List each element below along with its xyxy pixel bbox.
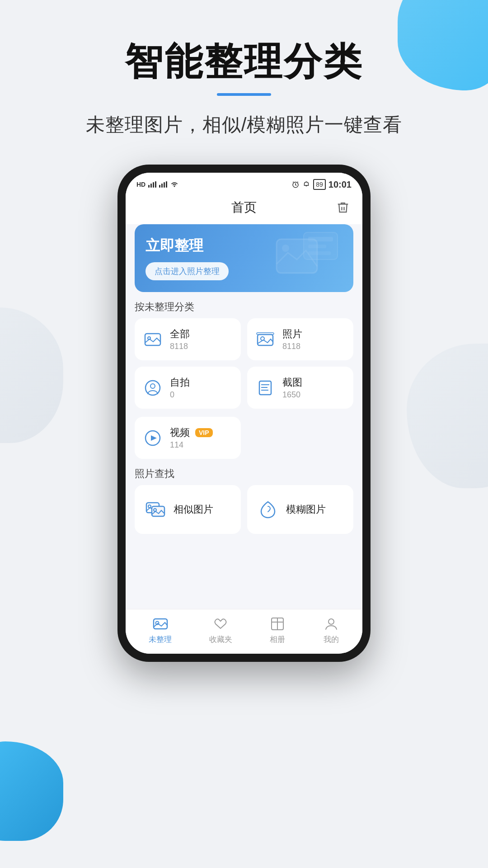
svg-rect-2 — [153, 182, 154, 188]
svg-point-40 — [328, 619, 334, 624]
trash-icon[interactable] — [336, 201, 350, 214]
categories-grid: 全部 8118 — [135, 318, 353, 409]
svg-rect-18 — [308, 251, 331, 255]
similar-name: 相似图片 — [174, 503, 213, 516]
find-similar[interactable]: 相似图片 — [135, 485, 241, 534]
selfie-info: 自拍 0 — [170, 376, 190, 400]
svg-rect-3 — [155, 181, 156, 188]
selfie-icon — [142, 377, 164, 399]
blurry-name: 模糊图片 — [286, 503, 326, 516]
svg-rect-5 — [161, 184, 163, 188]
svg-point-32 — [148, 505, 151, 508]
category-all[interactable]: 全部 8118 — [135, 318, 241, 360]
signal-text: HD — [136, 181, 145, 188]
phone-outer: HD 89 10: — [117, 165, 371, 662]
all-info: 全部 8118 — [170, 327, 190, 351]
phone-wrapper: HD 89 10: — [0, 165, 488, 662]
screenshot-info: 截图 1650 — [282, 376, 302, 400]
alarm-icon — [291, 180, 300, 189]
wifi-icon — [170, 181, 179, 188]
bell-icon — [302, 180, 310, 189]
similar-icon — [144, 498, 167, 521]
status-bar: HD 89 10: — [126, 173, 362, 193]
svg-rect-4 — [159, 185, 160, 188]
nav-profile-label: 我的 — [324, 634, 339, 645]
trash-button[interactable] — [332, 201, 350, 214]
svg-point-8 — [174, 186, 175, 187]
vip-badge: VIP — [195, 428, 213, 437]
top-nav: 首页 — [126, 193, 362, 224]
video-icon — [142, 427, 164, 449]
photos-count: 8118 — [282, 342, 302, 351]
time-display: 10:01 — [328, 179, 352, 190]
find-label: 照片查找 — [135, 467, 353, 481]
category-screenshot[interactable]: 截图 1650 — [247, 367, 353, 409]
all-count: 8118 — [170, 342, 190, 351]
battery-box: 89 — [313, 179, 326, 190]
favorites-icon — [212, 616, 229, 632]
svg-rect-17 — [308, 245, 326, 248]
category-photos[interactable]: 照片 8118 — [247, 318, 353, 360]
categories-label: 按未整理分类 — [135, 300, 353, 314]
nav-album-label: 相册 — [270, 634, 285, 645]
nav-favorites-label: 收藏夹 — [209, 634, 232, 645]
video-count: 114 — [170, 440, 213, 450]
svg-rect-1 — [150, 184, 152, 188]
blob-bottom-left — [0, 741, 63, 841]
svg-rect-16 — [308, 237, 333, 241]
selfie-count: 0 — [170, 390, 190, 400]
video-info: 视频 VIP 114 — [170, 426, 213, 450]
screenshot-name: 截图 — [282, 376, 302, 389]
all-name: 全部 — [170, 327, 190, 341]
svg-rect-0 — [148, 185, 150, 188]
phone-content: 立即整理 点击进入照片整理 — [126, 224, 362, 609]
battery-level: 89 — [316, 181, 323, 188]
photos-icon — [254, 329, 276, 350]
nav-album[interactable]: 相册 — [269, 616, 286, 645]
find-grid: 相似图片 模糊图片 — [135, 485, 353, 534]
category-video[interactable]: 视频 VIP 114 — [135, 417, 241, 459]
all-icon — [142, 329, 164, 350]
video-row: 视频 VIP 114 — [135, 417, 353, 459]
unorganized-icon — [152, 616, 169, 632]
nav-unorganized-label: 未整理 — [149, 634, 172, 645]
svg-rect-7 — [166, 181, 167, 188]
title-underline — [217, 93, 271, 96]
empty-cell — [247, 417, 353, 459]
svg-point-14 — [282, 245, 289, 252]
photos-info: 照片 8118 — [282, 327, 302, 351]
svg-rect-6 — [164, 182, 165, 188]
category-selfie[interactable]: 自拍 0 — [135, 367, 241, 409]
video-name: 视频 — [170, 426, 190, 439]
svg-point-25 — [150, 384, 155, 388]
profile-icon — [323, 616, 339, 632]
subtitle: 未整理图片，相似/模糊照片一键查看 — [0, 112, 488, 137]
nav-favorites[interactable]: 收藏夹 — [209, 616, 232, 645]
nav-title: 首页 — [156, 199, 332, 216]
status-right: 89 10:01 — [291, 179, 352, 190]
signal-icon — [148, 181, 156, 188]
nav-unorganized[interactable]: 未整理 — [149, 616, 172, 645]
banner-button[interactable]: 点击进入照片整理 — [145, 262, 229, 280]
header-section: 智能整理分类 未整理图片，相似/模糊照片一键查看 — [0, 0, 488, 137]
blurry-icon — [256, 498, 280, 521]
main-title: 智能整理分类 — [0, 41, 488, 82]
screenshot-count: 1650 — [282, 390, 302, 400]
selfie-name: 自拍 — [170, 376, 190, 389]
signal-icon2 — [159, 181, 167, 188]
nav-profile[interactable]: 我的 — [323, 616, 339, 645]
album-icon — [269, 616, 286, 632]
svg-rect-21 — [258, 335, 273, 345]
svg-rect-22 — [257, 333, 274, 335]
photos-name: 照片 — [282, 327, 302, 341]
screenshot-icon — [254, 377, 276, 399]
bottom-nav: 未整理 收藏夹 相册 — [126, 609, 362, 654]
find-blurry[interactable]: 模糊图片 — [247, 485, 353, 534]
banner-icon — [272, 230, 344, 286]
phone-inner: HD 89 10: — [126, 173, 362, 654]
status-left: HD — [136, 181, 179, 188]
banner[interactable]: 立即整理 点击进入照片整理 — [135, 224, 353, 292]
